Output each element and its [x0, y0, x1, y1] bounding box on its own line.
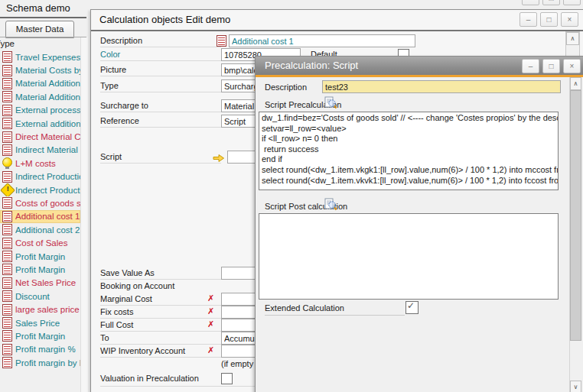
sidebar-item-direct-material-costs[interactable]: Direct Material Costs	[0, 130, 80, 143]
minimize-icon[interactable]: –	[519, 12, 537, 27]
sidebar-item-inderect-production[interactable]: Inderect Production	[0, 183, 80, 196]
doc-icon	[2, 224, 12, 235]
sidebar-item-profit-margin[interactable]: Profit margin %	[0, 343, 80, 356]
doc-icon	[2, 144, 12, 156]
sidebar-item-label: Sales Price	[15, 319, 80, 328]
script-precalc-textarea[interactable]: dw_1.find=bez='Costs of goods sold' // <…	[259, 112, 559, 190]
doc-icon	[2, 78, 12, 89]
script-post-preview-icon[interactable]	[324, 198, 337, 214]
application-window: Schema demo – □ × Master Data Type Trave…	[0, 0, 583, 392]
sidebar-item-costs-of-goods-sold[interactable]: Costs of goods sold	[0, 196, 80, 209]
sidebar-item-label: Profit Margin	[15, 265, 80, 274]
sidebar-item-profit-margin-by-ho[interactable]: Profit margin by ho	[0, 356, 80, 369]
scrollbar-thumb[interactable]	[570, 90, 581, 341]
precalc-titlebar[interactable]: Precalculation: Script – □ ×	[256, 57, 583, 75]
doc-icon	[2, 105, 12, 116]
sidebar-item-indirect-material-co[interactable]: Indirect Material Co	[0, 144, 80, 157]
sidebar-item-profit-margin[interactable]: Profit Margin	[0, 263, 80, 276]
color-label: Color	[100, 50, 120, 59]
sidebar-item-profit-margin[interactable]: Profit Margin	[0, 250, 80, 263]
scroll-down-icon[interactable]: ∨	[570, 381, 581, 392]
sidebar-item-label: Profit margin %	[15, 345, 80, 354]
sidebar-item-external-processing[interactable]: External processing	[0, 104, 80, 117]
maximize-icon[interactable]: □	[540, 12, 558, 27]
sidebar-item-label: Indirect Material Co	[15, 145, 80, 154]
marginal-cost-label: Marginal Cost	[100, 294, 152, 303]
sidebar-item-label: External additional c	[15, 119, 80, 128]
sidebar-item-discount[interactable]: Discount	[0, 290, 80, 303]
sidebar-item-travel-expenses[interactable]: Travel Expenses	[0, 50, 80, 63]
description-input[interactable]	[229, 34, 415, 47]
sidebar-item-label: Material Additional C	[15, 92, 80, 102]
titlebar-divider	[0, 17, 86, 18]
minimize-icon[interactable]: –	[522, 0, 539, 5]
minimize-icon[interactable]: –	[522, 59, 539, 73]
script-post-textarea[interactable]	[259, 213, 559, 300]
invalid-x-icon: ✗	[207, 319, 214, 329]
extended-calculation-checkbox[interactable]	[405, 301, 419, 314]
sidebar-item-cost-of-sales[interactable]: Cost of Sales	[0, 236, 80, 249]
dialog-window-controls: – □ ×	[519, 12, 578, 27]
sidebar-item-material-additional-c[interactable]: Material Additional C	[0, 77, 80, 90]
sidebar-item-label: Additional cost 1	[15, 212, 80, 221]
doc-icon	[2, 357, 12, 368]
precalc-scrollbar[interactable]: ∧ ∨	[569, 77, 581, 392]
sidebar-item-list: Travel ExpensesMaterial Costs by BiMater…	[0, 50, 80, 369]
precalc-description-input[interactable]	[322, 80, 561, 93]
scroll-up-icon[interactable]: ∧	[570, 77, 581, 90]
sidebar-item-label: Material Costs by Bi	[15, 66, 80, 75]
sidebar-scrollbar[interactable]	[80, 37, 88, 392]
row-description: Description	[91, 34, 565, 47]
picture-label: Picture	[100, 65, 126, 74]
doc-icon	[2, 238, 12, 249]
yellow-arrow-icon[interactable]	[213, 152, 225, 166]
booking-on-account-label: Booking on Account	[100, 281, 174, 290]
extended-calculation-label: Extended Calculation	[265, 303, 344, 313]
doc-icon	[2, 277, 12, 289]
script-preview-icon[interactable]	[324, 96, 337, 112]
sidebar-item-label: Net Sales Price	[15, 278, 80, 287]
valuation-checkbox[interactable]	[221, 373, 233, 384]
maximize-icon[interactable]: □	[542, 0, 560, 5]
full-cost-label: Full Cost	[100, 320, 133, 329]
tab-master-data[interactable]: Master Data	[5, 21, 74, 38]
sidebar-item-label: Material Additional C	[15, 79, 80, 88]
doc-icon	[2, 197, 12, 209]
wip-account-label: WIP Inventory Account	[100, 346, 185, 355]
sidebar-column-header: Type	[0, 39, 23, 50]
if-empty-note: (if empty	[221, 359, 253, 368]
precalc-window-controls: – □ ×	[522, 59, 581, 73]
bulb-icon	[2, 157, 12, 167]
sidebar-item-label: Profit Margin	[15, 332, 80, 341]
sidebar-item-profit-margin[interactable]: Profit Margin	[0, 329, 80, 342]
close-icon[interactable]: ×	[563, 0, 581, 5]
doc-icon	[2, 211, 12, 222]
sidebar-item-label: Profit margin by ho	[15, 358, 80, 368]
doc-icon	[2, 91, 12, 102]
sidebar-item-label: Costs of goods sold	[15, 199, 80, 208]
sidebar-item-net-sales-price[interactable]: Net Sales Price	[0, 277, 80, 290]
sidebar-item-indirect-production[interactable]: Indirect Production	[0, 170, 80, 183]
script-post-text	[259, 214, 558, 215]
accent-bar	[256, 75, 583, 77]
sidebar-item-label: Indirect Production	[15, 172, 80, 181]
sidebar-item-large-sales-price[interactable]: large sales price	[0, 303, 80, 316]
sidebar-item-material-additional-c[interactable]: Material Additional C	[0, 90, 80, 103]
doc-icon	[2, 290, 12, 302]
doc-icon	[2, 171, 12, 183]
scroll-up-icon[interactable]: ∧	[566, 32, 579, 45]
sidebar-item-additional-cost-1[interactable]: Additional cost 1	[0, 210, 80, 223]
close-icon[interactable]: ×	[561, 12, 578, 27]
sidebar-item-l-m-costs[interactable]: L+M costs	[0, 157, 80, 170]
close-icon[interactable]: ×	[563, 59, 581, 73]
save-value-as-label: Save Value As	[100, 268, 155, 277]
sidebar-item-additional-cost-2[interactable]: Additional cost 2	[0, 223, 80, 236]
sidebar-item-material-costs-by-bi[interactable]: Material Costs by Bi	[0, 63, 80, 76]
sidebar-item-sales-price[interactable]: Sales Price	[0, 316, 80, 329]
document-icon	[217, 35, 226, 47]
sidebar-item-external-additional-c[interactable]: External additional c	[0, 117, 80, 130]
surcharge-to-label: Surcharge to	[100, 101, 148, 110]
maximize-icon[interactable]: □	[542, 59, 560, 73]
sidebar-item-label: Direct Material Costs	[15, 132, 80, 141]
precalc-description-label: Description	[265, 83, 307, 92]
